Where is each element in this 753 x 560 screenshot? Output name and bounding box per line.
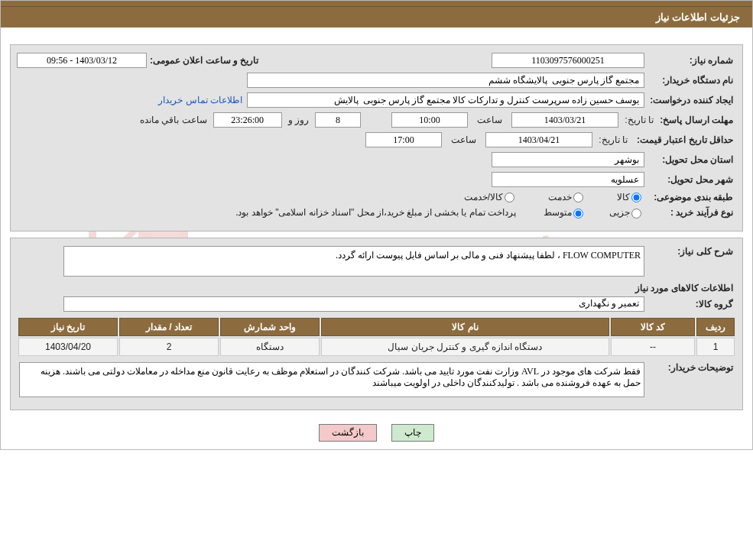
deadline-label: مهلت ارسال پاسخ: [657, 115, 736, 125]
need-no-label: شماره نیاز: [644, 55, 736, 66]
buyer-label: نام دستگاه خریدار: [644, 75, 736, 86]
th-name: نام کالا [321, 318, 609, 336]
announce-label: تاریخ و ساعت اعلان عمومی: [147, 55, 261, 66]
need-desc-field [63, 246, 644, 277]
validity-to-label: تا تاریخ: [592, 134, 631, 145]
cell-row: 1 [696, 338, 735, 356]
process-label: نوع فرآیند خرید : [644, 207, 736, 218]
th-code: کد کالا [611, 318, 695, 336]
category-opt-goods-text: کالا [617, 192, 630, 202]
category-opt-both-text: کالا/خدمت [464, 192, 503, 202]
validity-date [485, 132, 592, 147]
category-label: طبقه بندی موضوعی: [644, 192, 736, 202]
remaining-label: ساعت باقي مانده [137, 115, 213, 125]
process-opt-minor[interactable]: جزیی [609, 207, 644, 218]
info-panel: شماره نیاز: تاریخ و ساعت اعلان عمومی: نا… [10, 44, 743, 231]
th-qty: تعداد / مقدار [119, 318, 219, 336]
validity-label: حداقل تاریخ اعتبار قیمت: [631, 134, 736, 145]
top-accent-bar [1, 1, 752, 7]
city-label: شهر محل تحویل: [644, 174, 736, 185]
announce-field [17, 53, 147, 68]
cell-name: دستگاه اندازه گیری و کنترل جریان سیال [321, 338, 609, 356]
deadline-to-label: تا تاریخ: [618, 115, 657, 125]
need-no-field [492, 53, 644, 68]
category-opt-both[interactable]: کالا/خدمت [464, 192, 518, 202]
process-note: پرداخت تمام یا بخشی از مبلغ خرید،از محل … [231, 207, 521, 218]
th-unit: واحد شمارش [220, 318, 320, 336]
buyer-contact-link[interactable]: اطلاعات تماس خریدار [158, 95, 247, 105]
cell-qty: 2 [119, 338, 219, 356]
province-label: استان محل تحویل: [644, 154, 736, 165]
process-opt-medium[interactable]: متوسط [544, 207, 586, 218]
requester-label: ایجاد کننده درخواست: [644, 95, 736, 105]
validity-time [365, 132, 442, 147]
days-and-label: روز و [282, 115, 315, 125]
cell-date: 1403/04/20 [18, 338, 118, 356]
print-button[interactable]: چاپ [391, 424, 434, 442]
cell-unit: دستگاه [220, 338, 320, 356]
deadline-time [391, 112, 468, 128]
group-label: گروه کالا: [644, 299, 736, 309]
need-desc-label: شرح کلی نیاز: [644, 246, 736, 257]
city-field [492, 172, 644, 187]
items-table: ردیف کد کالا نام کالا واحد شمارش تعداد /… [17, 316, 736, 358]
category-opt-service[interactable]: خدمت [548, 192, 586, 202]
details-panel: شرح کلی نیاز: اطلاعات کالاهای مورد نیاز … [10, 238, 743, 410]
category-opt-goods[interactable]: کالا [617, 192, 644, 202]
buyer-notes-label: توضیحات خریدار: [644, 362, 736, 373]
process-opt-medium-text: متوسط [544, 207, 572, 218]
back-button[interactable]: بازگشت [319, 424, 377, 442]
page-title: جزئیات اطلاعات نیاز [1, 7, 752, 28]
table-row: 1 -- دستگاه اندازه گیری و کنترل جریان سی… [18, 338, 735, 356]
deadline-date [511, 112, 618, 128]
th-date: تاریخ نیاز [18, 318, 118, 336]
buyer-field [247, 73, 644, 88]
deadline-days [315, 112, 361, 128]
group-field [63, 296, 644, 312]
province-field [492, 152, 644, 167]
category-opt-service-text: خدمت [548, 192, 572, 202]
deadline-time-label: ساعت [468, 115, 511, 125]
validity-time-label: ساعت [442, 134, 485, 145]
process-opt-minor-text: جزیی [609, 207, 630, 218]
deadline-remaining-time [213, 112, 282, 128]
action-bar: چاپ بازگشت [1, 419, 752, 449]
requester-field [247, 92, 644, 108]
cell-code: -- [611, 338, 695, 356]
buyer-notes-field [19, 362, 644, 397]
goods-section-title: اطلاعات کالاهای مورد نیاز [20, 283, 733, 293]
th-row: ردیف [696, 318, 735, 336]
